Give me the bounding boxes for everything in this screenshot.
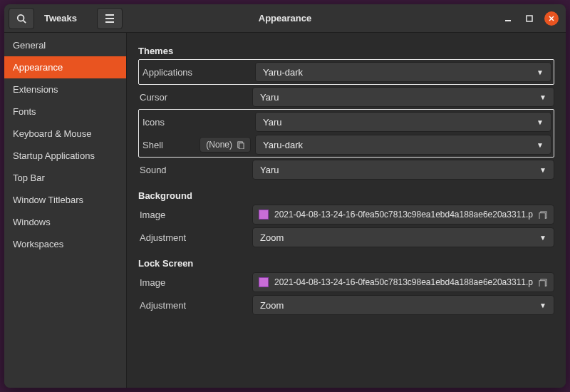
dropdown-sound-value: Yaru [260,165,279,175]
close-button[interactable] [544,11,559,26]
label-shell: Shell (None) [141,137,255,153]
highlight-icons-shell: Icons Yaru ▼ Shell (None) [138,109,554,158]
dropdown-shell[interactable]: Yaru-dark ▼ [255,135,551,155]
svg-point-0 [18,14,24,21]
dropdown-ls-adjustment-value: Zoom [260,300,284,311]
row-bg-image: Image 2021-04-08-13-24-16-0fea50c7813c98… [138,204,554,225]
menu-button[interactable] [97,8,123,29]
ls-image-filename: 2021-04-08-13-24-16-0fea50c7813c98ea1ebd… [274,277,533,287]
svg-rect-10 [239,143,244,148]
image-thumbnail-icon [259,277,269,287]
chevron-down-icon: ▼ [539,93,546,101]
section-heading-background: Background [138,190,554,201]
sidebar-item-extensions[interactable]: Extensions [4,78,126,100]
label-ls-adjustment: Adjustment [138,300,252,311]
chevron-down-icon: ▼ [537,141,544,149]
row-shell: Shell (None) Yaru-dark ▼ [141,134,551,155]
window-body: General Appearance Extensions Fonts Keyb… [4,33,566,388]
row-applications: Applications Yaru-dark ▼ [141,61,551,83]
label-sound: Sound [138,165,252,175]
sidebar-item-fonts[interactable]: Fonts [4,100,126,123]
app-name: Tweaks [37,13,93,24]
document-icon [237,141,244,149]
shell-none-text: (None) [206,140,232,150]
chevron-down-icon: ▼ [537,68,544,76]
content-area: Themes Applications Yaru-dark ▼ Cursor Y… [127,33,566,388]
filechooser-bg-image[interactable]: 2021-04-08-13-24-16-0fea50c7813c98ea1ebd… [252,205,554,225]
row-icons: Icons Yaru ▼ [141,111,551,133]
section-heading-lockscreen: Lock Screen [138,258,554,269]
dropdown-icons-value: Yaru [263,117,282,128]
maximize-icon [526,15,533,22]
sidebar-item-appearance[interactable]: Appearance [4,56,126,78]
label-shell-text: Shell [142,140,163,150]
bg-image-filename: 2021-04-08-13-24-16-0fea50c7813c98ea1ebd… [274,210,533,220]
svg-rect-6 [527,16,532,21]
sidebar-item-general[interactable]: General [4,34,126,56]
dropdown-applications-value: Yaru-dark [263,67,303,78]
folder-open-icon [539,279,548,287]
row-sound: Sound Yaru ▼ [138,159,554,180]
svg-rect-14 [539,280,545,286]
dropdown-sound[interactable]: Yaru ▼ [252,160,554,180]
chevron-down-icon: ▼ [539,301,546,309]
titlebar-left: Tweaks [4,8,125,29]
label-bg-adjustment: Adjustment [138,232,252,243]
row-ls-adjustment: Adjustment Zoom ▼ [138,294,554,316]
folder-open-icon [539,211,548,219]
sidebar-item-windows[interactable]: Windows [4,211,126,233]
hamburger-icon [105,14,115,23]
dropdown-cursor[interactable]: Yaru ▼ [252,87,554,107]
label-ls-image: Image [138,277,252,288]
titlebar: Tweaks Appearance [4,4,566,33]
row-bg-adjustment: Adjustment Zoom ▼ [138,227,554,248]
highlight-applications: Applications Yaru-dark ▼ [138,59,554,85]
sidebar-item-window-titlebars[interactable]: Window Titlebars [4,189,126,211]
label-applications: Applications [141,67,255,78]
close-icon [549,16,554,21]
chevron-down-icon: ▼ [539,166,546,174]
window-controls [502,11,566,26]
dropdown-shell-value: Yaru-dark [263,140,303,150]
shell-none-button[interactable]: (None) [200,137,251,153]
image-thumbnail-icon [259,210,269,220]
label-icons: Icons [141,117,255,128]
dropdown-cursor-value: Yaru [260,92,279,103]
sidebar-item-keyboard-mouse[interactable]: Keyboard & Mouse [4,123,126,145]
row-ls-image: Image 2021-04-08-13-24-16-0fea50c7813c98… [138,272,554,293]
search-button[interactable] [9,8,34,29]
search-icon [16,14,26,24]
section-heading-themes: Themes [138,46,554,56]
minimize-icon [504,15,512,22]
dropdown-bg-adjustment-value: Zoom [260,232,284,243]
sidebar-item-startup-apps[interactable]: Startup Applications [4,145,126,167]
dropdown-icons[interactable]: Yaru ▼ [255,112,551,132]
filechooser-ls-image[interactable]: 2021-04-08-13-24-16-0fea50c7813c98ea1ebd… [252,272,554,292]
minimize-button[interactable] [502,12,514,25]
dropdown-applications[interactable]: Yaru-dark ▼ [255,62,551,82]
dropdown-bg-adjustment[interactable]: Zoom ▼ [252,227,554,247]
label-cursor: Cursor [138,92,252,103]
maximize-button[interactable] [523,12,536,25]
sidebar-item-workspaces[interactable]: Workspaces [4,233,126,255]
chevron-down-icon: ▼ [539,234,546,242]
dropdown-ls-adjustment[interactable]: Zoom ▼ [252,295,554,315]
sidebar: General Appearance Extensions Fonts Keyb… [4,33,127,388]
sidebar-item-top-bar[interactable]: Top Bar [4,167,126,189]
tweaks-window: Tweaks Appearance General Appearance Ext… [4,4,566,388]
row-cursor: Cursor Yaru ▼ [138,86,554,108]
label-bg-image: Image [138,210,252,220]
svg-line-1 [24,20,26,23]
svg-rect-12 [539,212,545,218]
chevron-down-icon: ▼ [537,118,544,126]
